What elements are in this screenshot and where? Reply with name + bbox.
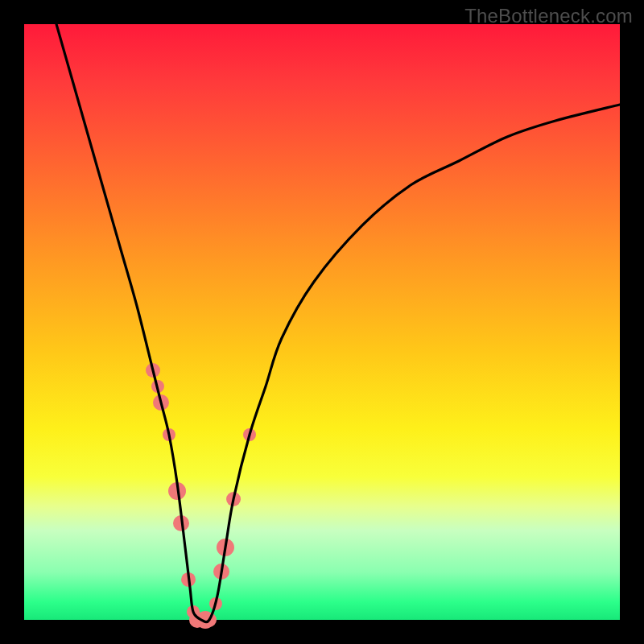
plot-area: [24, 24, 620, 620]
watermark-text: TheBottleneck.com: [464, 5, 633, 27]
chart-svg: [24, 24, 620, 620]
chart-frame: TheBottleneck.com: [0, 0, 644, 644]
bottleneck-curve: [56, 24, 620, 622]
